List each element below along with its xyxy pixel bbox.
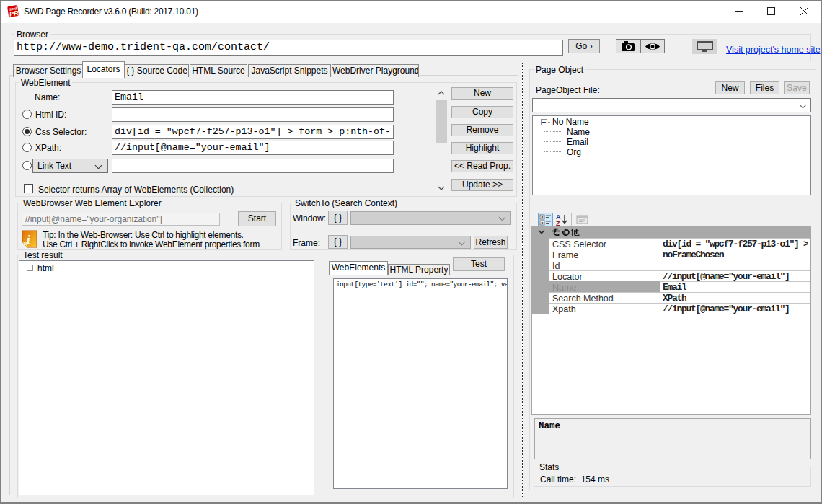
svg-text:PR: PR [9, 9, 19, 18]
svg-text:i: i [27, 233, 30, 247]
